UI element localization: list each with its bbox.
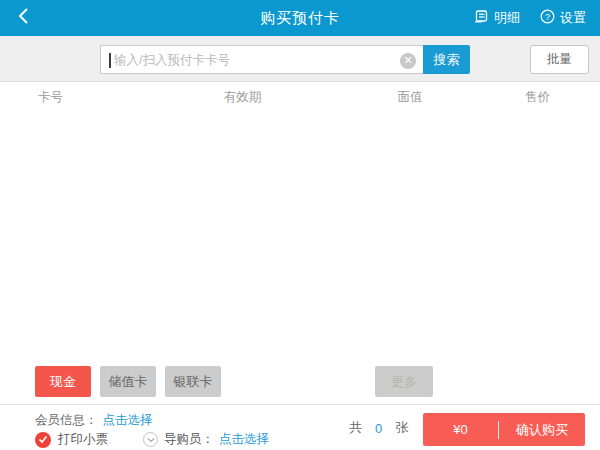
total-prefix: 共 [349,419,362,437]
header-actions: 明细 ? 设置 [474,0,586,36]
question-circle-icon: ? [540,9,555,27]
guide-select-link[interactable]: 点击选择 [219,431,269,448]
search-button[interactable]: 搜索 [423,45,470,74]
receipt-icon [474,9,489,27]
app-header: 购买预付卡 明细 ? 设置 [0,0,600,36]
search-box: ✕ [100,45,423,74]
settings-button[interactable]: ? 设置 [540,9,586,27]
payment-more-button[interactable]: 更多 [375,366,433,397]
text-caret [109,53,111,68]
clear-icon[interactable]: ✕ [400,53,416,69]
total-suffix: 张 [395,419,408,437]
search-group: ✕ 搜索 [100,45,470,74]
member-info-line: 会员信息： 点击选择 [35,412,153,429]
batch-button[interactable]: 批量 [530,45,589,74]
column-card-number: 卡号 [0,89,140,106]
confirm-purchase-button[interactable]: ¥0 确认购买 [423,413,585,446]
member-select-link[interactable]: 点击选择 [103,412,153,429]
search-input[interactable] [101,46,423,73]
column-price: 售价 [475,89,600,106]
payment-cash-button[interactable]: 现金 [35,366,91,397]
footer-bar: 会员信息： 点击选择 打印小票 导购员： 点击选择 共 0 张 ¥0 确认购买 [0,404,600,450]
column-face-value: 面值 [345,89,475,106]
guide-label: 导购员： [164,431,214,448]
payment-unionpay-button[interactable]: 银联卡 [165,366,221,397]
payment-method-row: 现金 储值卡 银联卡 更多 [0,366,600,397]
total-count: 0 [375,421,382,436]
table-header: 卡号 有效期 面值 售价 [0,83,600,111]
svg-text:?: ? [545,12,550,22]
detail-button[interactable]: 明细 [474,9,520,27]
chevron-down-icon[interactable] [143,432,158,447]
settings-label: 设置 [560,9,586,27]
confirm-purchase-label: 确认购买 [499,421,585,439]
print-receipt-label: 打印小票 [58,431,108,448]
print-receipt-checkbox[interactable] [35,432,51,448]
options-line: 打印小票 导购员： 点击选择 [35,431,269,448]
detail-label: 明细 [494,9,520,27]
total-amount: ¥0 [423,422,498,437]
payment-stored-card-button[interactable]: 储值卡 [100,366,156,397]
member-info-label: 会员信息： [35,412,98,429]
column-validity: 有效期 [140,89,345,106]
search-toolbar: ✕ 搜索 批量 [0,36,600,82]
total-count-group: 共 0 张 [349,419,408,437]
table-body-empty [0,111,600,361]
